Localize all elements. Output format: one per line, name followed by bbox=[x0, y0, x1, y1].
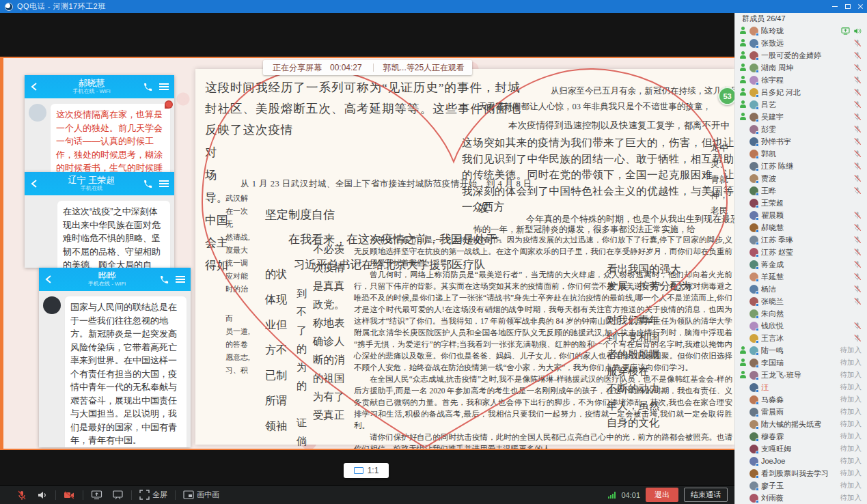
whiteboard-button[interactable] bbox=[112, 490, 124, 501]
screen-share-button[interactable] bbox=[91, 490, 102, 501]
avatar bbox=[749, 334, 758, 343]
member-row[interactable]: 刘雨薇待加入 bbox=[735, 492, 867, 504]
maximize-button[interactable] bbox=[841, 0, 854, 13]
mobile-badge-icon bbox=[756, 242, 759, 245]
mobile-badge-icon bbox=[756, 143, 759, 147]
waiting-status: 待加入 bbox=[840, 358, 862, 367]
back-icon[interactable] bbox=[44, 275, 54, 284]
sharing-timer: 00:04:27 bbox=[330, 63, 362, 72]
member-count-header: 群成员 26/47 bbox=[735, 13, 867, 25]
menu-icon[interactable] bbox=[176, 276, 185, 283]
mobile-badge-icon bbox=[756, 156, 759, 159]
member-row[interactable]: 王龙飞-班导待加入 bbox=[735, 369, 867, 381]
signal-strength-icon bbox=[608, 492, 616, 499]
speaker-button[interactable] bbox=[37, 490, 48, 501]
doc-fragment: 不必羡 次疫情 是真真 政党。 称地表 确诊人 断的消 的祖国 为有了 受真正 bbox=[313, 240, 350, 424]
menu-icon[interactable] bbox=[159, 180, 169, 187]
menu-icon[interactable] bbox=[159, 83, 169, 90]
member-row[interactable]: 陈玲珑 bbox=[735, 25, 867, 37]
member-row[interactable]: 江苏 陈继 bbox=[735, 160, 867, 172]
member-name: 王言冰 bbox=[761, 333, 851, 344]
avatar bbox=[749, 39, 758, 48]
doc-heading: 坚定制度自信 bbox=[265, 207, 402, 223]
member-row[interactable]: 钱欣悦 bbox=[735, 320, 867, 332]
doc-fragment: 到 不 了 的 为 的 证 倘 bbox=[297, 285, 312, 449]
mobile-badge-icon bbox=[756, 365, 759, 368]
member-row[interactable]: 贾波 bbox=[735, 172, 867, 184]
member-row[interactable]: 张致远 bbox=[735, 37, 867, 49]
member-row[interactable]: 吕艺 bbox=[735, 98, 867, 111]
member-row[interactable]: 王荣超 bbox=[735, 197, 867, 209]
member-row[interactable]: 看到股票叫我去学习待加入 bbox=[735, 467, 867, 479]
member-name: 王荣超 bbox=[761, 198, 862, 208]
camera-muted-button[interactable] bbox=[64, 490, 75, 501]
member-row[interactable]: 陆大铖的摇头纸鸢待加入 bbox=[735, 418, 867, 430]
doc-line: 今年真的是个特殊的时期，也是个从我出生到现在最恐 bbox=[526, 213, 735, 225]
online-person-icon bbox=[739, 64, 747, 72]
mobile-badge-icon bbox=[756, 488, 759, 491]
member-row[interactable]: 湖南 周坤 bbox=[735, 61, 867, 74]
notification-badge[interactable]: 53 bbox=[718, 87, 737, 105]
member-row[interactable]: 王晔 bbox=[735, 184, 867, 197]
member-row[interactable]: 吴建宇 bbox=[735, 111, 867, 123]
waiting-status: 待加入 bbox=[840, 419, 862, 429]
member-row[interactable]: 吕多妃 河北 bbox=[735, 86, 867, 98]
exit-button[interactable]: 退出 bbox=[646, 488, 678, 502]
back-icon[interactable] bbox=[30, 179, 40, 188]
end-call-button[interactable]: 结束通话 bbox=[684, 488, 728, 502]
avatar bbox=[43, 296, 61, 314]
doc-fragment: 看出我国的强大 发展，按劳分配为 对我们青年 到了党和国 者的殷殷嘱 服穿梭在 … bbox=[607, 260, 735, 431]
call-stage: 这段时间我经历了一系列可称为“见证历史”的事件，封城封社区、美股熔断五次、高考延… bbox=[0, 13, 734, 504]
phone-icon[interactable] bbox=[143, 83, 152, 92]
member-row[interactable]: 穆春霖待加入 bbox=[735, 430, 867, 443]
mobile-badge-icon bbox=[756, 279, 759, 282]
member-row[interactable]: 陆一鸣待加入 bbox=[735, 344, 867, 356]
member-row[interactable]: 廖子玉待加入 bbox=[735, 479, 867, 492]
member-row[interactable]: 江苏 季琳 bbox=[735, 234, 867, 246]
member-row[interactable]: 朱向然 bbox=[735, 307, 867, 320]
member-row[interactable]: 杨洁 bbox=[735, 283, 867, 295]
minimize-button[interactable] bbox=[828, 0, 841, 13]
member-row[interactable]: JoeJoe待加入 bbox=[735, 455, 867, 467]
pip-button[interactable]: 画中画 bbox=[183, 490, 219, 500]
mobile-badge-icon bbox=[756, 291, 759, 294]
viewers-text: 郭凯...等25人正在观看 bbox=[383, 62, 465, 74]
member-row[interactable]: 支嘎旺姆待加入 bbox=[735, 443, 867, 455]
member-row[interactable]: 郝晓慧 bbox=[735, 221, 867, 234]
mic-muted-icon bbox=[853, 260, 862, 268]
member-row[interactable]: 瞿晨颖 bbox=[735, 209, 867, 221]
phone-icon[interactable] bbox=[143, 180, 152, 188]
mobile-badge-icon bbox=[756, 217, 759, 221]
member-row[interactable]: 王言冰 bbox=[735, 332, 867, 344]
member-row[interactable]: 一股可爱的金婧婷 bbox=[735, 49, 867, 61]
avatar bbox=[749, 100, 758, 109]
fullscreen-button[interactable]: 全屏 bbox=[139, 490, 167, 500]
doc-line: 从归家至今已五月有余，新冠仍在持续，这几个月，每 bbox=[551, 85, 735, 97]
member-row[interactable]: 彭雯 bbox=[735, 123, 867, 135]
member-name: 吕多妃 河北 bbox=[761, 87, 851, 98]
waiting-status: 待加入 bbox=[840, 407, 862, 417]
member-row[interactable]: 汪待加入 bbox=[735, 381, 867, 393]
mobile-badge-icon bbox=[756, 328, 759, 331]
back-icon[interactable] bbox=[30, 82, 40, 92]
member-row[interactable]: 郭凯 bbox=[735, 148, 867, 160]
member-row[interactable]: 马淼淼待加入 bbox=[735, 393, 867, 406]
close-button[interactable] bbox=[854, 0, 867, 13]
member-row[interactable]: 张晓兰 bbox=[735, 295, 867, 307]
member-row[interactable]: 羊延慧 bbox=[735, 270, 867, 283]
member-name: 吴建宇 bbox=[761, 112, 851, 122]
member-row[interactable]: 徐宇程 bbox=[735, 74, 867, 86]
mobile-badge-icon bbox=[756, 229, 759, 233]
member-row[interactable]: 江苏 赵莹 bbox=[735, 246, 867, 258]
member-row[interactable]: 孙惮书宇 bbox=[735, 135, 867, 148]
mic-muted-button[interactable] bbox=[16, 490, 27, 501]
online-person-icon bbox=[739, 88, 747, 96]
member-row[interactable]: 李国瑞待加入 bbox=[735, 356, 867, 369]
zoom-ratio-button[interactable]: 1:1 bbox=[344, 463, 389, 478]
mobile-badge-icon bbox=[756, 193, 759, 196]
phone-icon[interactable] bbox=[160, 275, 169, 284]
qq-logo-icon bbox=[5, 3, 13, 11]
member-row[interactable]: 雷晨雨待加入 bbox=[735, 406, 867, 418]
pip-icon bbox=[183, 490, 194, 500]
member-row[interactable]: 蒋金成 bbox=[735, 258, 867, 270]
